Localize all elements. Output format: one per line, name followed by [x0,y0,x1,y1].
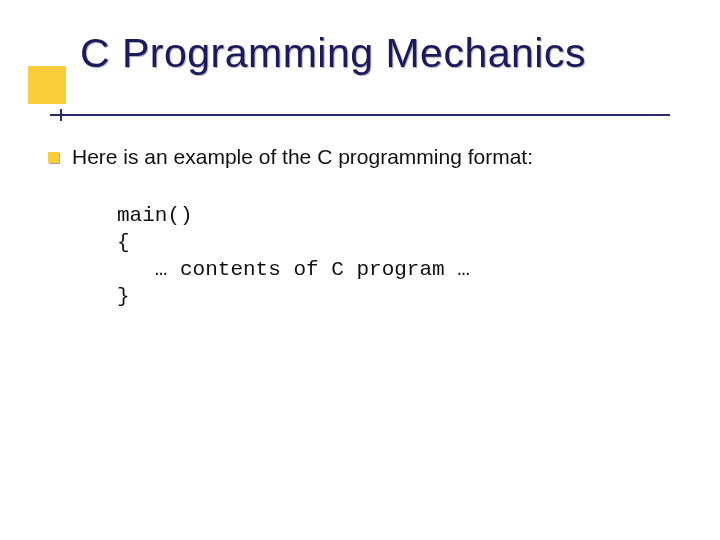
slide-title: C Programming Mechanics [80,30,586,77]
intro-text: Here is an example of the C programming … [72,145,533,169]
code-example: main() { … contents of C program … } [117,203,470,311]
decorative-square [28,66,66,104]
bullet-icon [48,152,59,163]
code-line: { [117,231,130,254]
code-line: } [117,285,130,308]
title-divider [50,114,670,116]
code-line: main() [117,204,193,227]
divider-tick [60,109,62,121]
code-line: … contents of C program … [117,258,470,281]
